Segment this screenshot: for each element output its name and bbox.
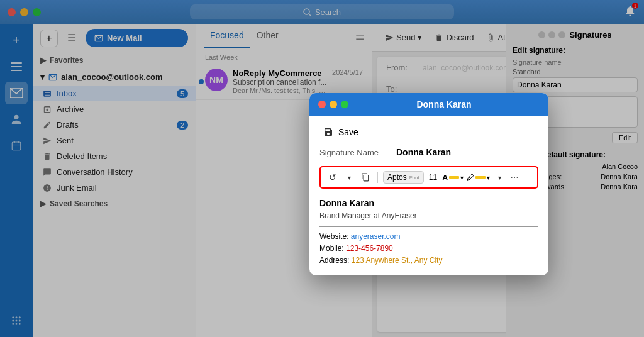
address-value: 123 Anywhere St., Any City — [352, 256, 443, 265]
popup-max-button[interactable] — [341, 101, 348, 108]
popup-traffic-lights — [318, 101, 348, 108]
copy-icon — [361, 173, 370, 182]
text-highlight-button[interactable]: 🖊 ▾ — [466, 173, 490, 182]
sig-save-button[interactable]: Save — [319, 124, 538, 140]
toolbar-divider-1 — [377, 172, 378, 183]
save-icon — [323, 127, 333, 137]
sig-content-name: Donna Karan — [319, 196, 538, 210]
sig-address-row: Address: 123 Anywhere St., Any City — [319, 255, 538, 267]
font-label: Font — [409, 175, 419, 180]
popup-close-button[interactable] — [318, 101, 326, 108]
sig-format-toolbar: ↺ ▾ Aptos Font 11 A — [319, 166, 538, 189]
sig-name-row: Signature Name Donna Karan — [319, 147, 538, 157]
font-size: 11 — [429, 173, 437, 182]
sig-name-label: Signature Name — [319, 148, 389, 157]
copy-button[interactable] — [358, 170, 372, 184]
save-label: Save — [338, 127, 358, 137]
sig-content-title: Brand Manager at AnyEraser — [319, 210, 538, 222]
format-more-button[interactable]: ··· — [510, 172, 518, 183]
sig-editor-window: Donna Karan Save Signature Name Donna Ka… — [309, 93, 548, 275]
sig-editor-title: Donna Karan — [348, 99, 540, 109]
sig-editor-body: Save Signature Name Donna Karan ↺ ▾ Apto — [309, 116, 548, 275]
sig-content-divider — [319, 226, 538, 227]
sig-mobile-row: Mobile: 123-456-7890 — [319, 243, 538, 255]
format-more-dropdown[interactable]: ▾ — [492, 170, 506, 184]
mobile-value: 123-456-7890 — [346, 244, 393, 253]
undo-dropdown-button[interactable]: ▾ — [342, 170, 356, 184]
sig-website-row: Website: anyeraser.com — [319, 231, 538, 243]
mobile-label: Mobile: — [319, 244, 344, 253]
sig-editor-backdrop: Donna Karan Save Signature Name Donna Ka… — [0, 0, 644, 337]
sig-content: Donna Karan Brand Manager at AnyEraser W… — [319, 196, 538, 267]
font-color-button[interactable]: A ▾ — [442, 173, 464, 182]
popup-min-button[interactable] — [330, 101, 337, 108]
sig-editor-titlebar: Donna Karan — [309, 93, 548, 116]
address-label: Address: — [319, 256, 349, 265]
font-selector[interactable]: Aptos Font — [383, 171, 424, 184]
undo-button[interactable]: ↺ — [326, 170, 340, 184]
sig-name-value: Donna Karan — [396, 147, 451, 157]
website-value: anyeraser.com — [351, 232, 401, 241]
font-name: Aptos — [387, 173, 407, 182]
website-label: Website: — [319, 232, 348, 241]
